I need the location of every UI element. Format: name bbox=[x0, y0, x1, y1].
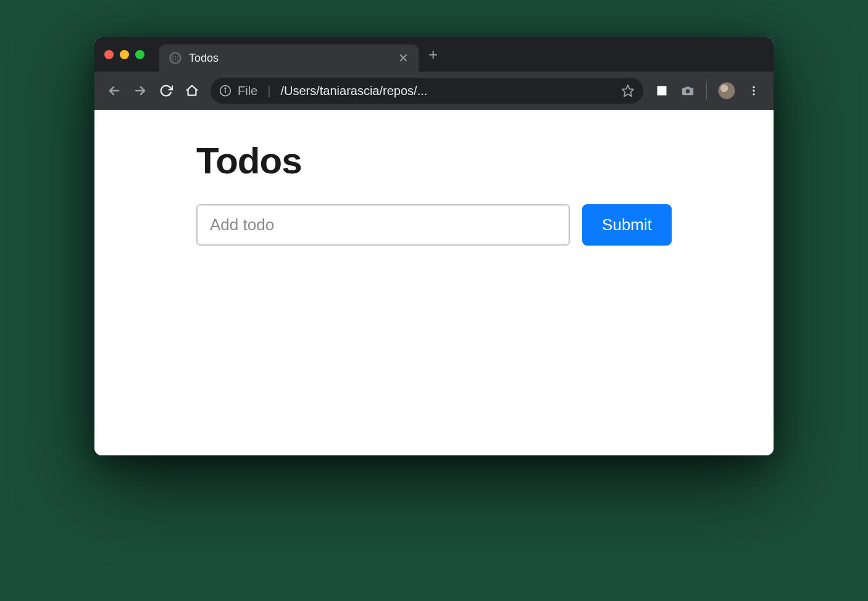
tab-strip: Todos ✕ + bbox=[94, 37, 774, 72]
profile-avatar[interactable] bbox=[718, 82, 735, 99]
browser-window: Todos ✕ + File | /Users/taniarascia/repo… bbox=[94, 37, 774, 455]
svg-point-3 bbox=[225, 88, 226, 89]
forward-button[interactable] bbox=[133, 83, 148, 98]
browser-toolbar: File | /Users/taniarascia/repos/... bbox=[94, 72, 774, 110]
address-bar[interactable]: File | /Users/taniarascia/repos/... bbox=[211, 78, 643, 104]
svg-point-6 bbox=[686, 89, 690, 93]
browser-tab[interactable]: Todos ✕ bbox=[159, 44, 419, 72]
globe-icon bbox=[169, 52, 182, 64]
svg-point-7 bbox=[753, 86, 754, 88]
camera-icon[interactable] bbox=[680, 83, 695, 98]
close-tab-icon[interactable]: ✕ bbox=[398, 52, 409, 64]
page-title: Todos bbox=[196, 139, 672, 182]
page-content: Todos Submit bbox=[196, 139, 672, 246]
toolbar-divider bbox=[706, 82, 707, 99]
reload-button[interactable] bbox=[159, 83, 173, 98]
window-close-button[interactable] bbox=[104, 50, 114, 59]
svg-point-8 bbox=[753, 89, 754, 91]
address-separator: | bbox=[264, 84, 274, 98]
kebab-menu-icon[interactable] bbox=[746, 83, 761, 98]
todo-form: Submit bbox=[196, 204, 672, 246]
address-path: /Users/taniarascia/repos/... bbox=[280, 84, 427, 98]
address-scheme: File bbox=[238, 84, 257, 98]
window-maximize-button[interactable] bbox=[135, 50, 144, 59]
back-button[interactable] bbox=[107, 83, 122, 98]
bookmark-star-icon[interactable] bbox=[621, 84, 635, 97]
todo-input[interactable] bbox=[196, 204, 570, 246]
new-tab-button[interactable]: + bbox=[428, 46, 438, 62]
info-icon bbox=[219, 85, 232, 97]
svg-point-9 bbox=[753, 93, 754, 95]
tab-title: Todos bbox=[189, 52, 391, 65]
extension-square-icon[interactable] bbox=[654, 83, 669, 98]
window-minimize-button[interactable] bbox=[120, 50, 129, 59]
window-controls bbox=[104, 50, 144, 59]
svg-marker-4 bbox=[622, 85, 633, 96]
page-viewport: Todos Submit bbox=[94, 110, 774, 455]
svg-rect-5 bbox=[657, 86, 667, 96]
submit-button[interactable]: Submit bbox=[582, 204, 672, 246]
home-button[interactable] bbox=[185, 83, 199, 98]
